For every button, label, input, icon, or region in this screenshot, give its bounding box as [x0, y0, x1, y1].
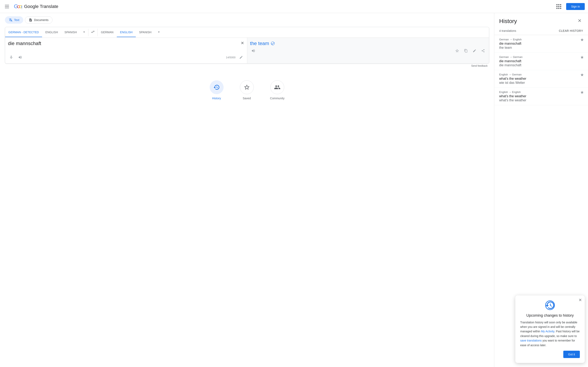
- history-header: History: [494, 13, 588, 27]
- translation-box: GERMAN - DETECTED ENGLISH SPANISH GERMAN…: [5, 27, 489, 64]
- source-speak-button[interactable]: [17, 54, 24, 60]
- edit-button[interactable]: [238, 54, 244, 60]
- edit-translation-button[interactable]: [471, 48, 477, 54]
- star-translation-button[interactable]: [454, 48, 460, 54]
- history-popup: Upcoming changes to history Translation …: [515, 295, 585, 363]
- target-controls: [250, 46, 486, 55]
- got-it-button[interactable]: Got it: [563, 351, 580, 358]
- swap-languages-button[interactable]: [88, 28, 97, 37]
- target-lang-german[interactable]: GERMAN: [98, 28, 117, 37]
- microphone-button[interactable]: [8, 54, 15, 60]
- svg-text:g: g: [21, 3, 22, 9]
- hamburger-menu[interactable]: [3, 3, 11, 10]
- history-target-text: die mannschaft: [499, 63, 583, 67]
- target-text-display: the team: [250, 41, 486, 46]
- community-circle: [270, 80, 284, 94]
- close-history-button[interactable]: [576, 17, 583, 25]
- target-lang-more-button[interactable]: [155, 27, 163, 38]
- target-lang-spanish[interactable]: SPANISH: [136, 28, 155, 37]
- main-layout: Text Documents GERMAN - DETECTED ENGLISH…: [0, 13, 588, 367]
- app-logo: G o o g l e Google Translate: [14, 2, 58, 11]
- community-label: Community: [270, 97, 285, 100]
- history-item: German → German die mannschaft die manns…: [494, 53, 588, 70]
- history-icon: [213, 84, 220, 91]
- source-lang-german-detected[interactable]: GERMAN - DETECTED: [5, 28, 42, 37]
- source-side: die mannschaft 14/5000 ✕: [5, 38, 247, 63]
- history-source-text: what's the weather: [499, 77, 583, 81]
- popup-title: Upcoming changes to history: [520, 313, 580, 318]
- history-item: English → English what's the weather wha…: [494, 88, 588, 105]
- tab-text[interactable]: Text: [5, 16, 23, 24]
- header-left: G o o g l e Google Translate: [3, 2, 58, 11]
- history-lang-pair: English → English: [499, 91, 583, 94]
- history-target-text: what's the weather: [499, 99, 583, 102]
- char-count: 14/5000: [226, 56, 236, 59]
- saved-label: Saved: [243, 97, 251, 100]
- left-panel: Text Documents GERMAN - DETECTED ENGLISH…: [0, 13, 494, 367]
- documents-tab-label: Documents: [34, 18, 49, 22]
- source-controls: 14/5000 ✕: [8, 53, 244, 62]
- copy-button[interactable]: [463, 48, 469, 54]
- history-source-text: die mannschaft: [499, 59, 583, 63]
- history-source-text: die mannschaft: [499, 42, 583, 45]
- header-right: Sign in: [555, 2, 585, 11]
- history-item-star-2[interactable]: [580, 73, 584, 77]
- history-item: English → German what's the weather wie …: [494, 70, 588, 88]
- source-lang-english[interactable]: ENGLISH: [42, 28, 61, 37]
- popup-body: Translation history will soon only be av…: [520, 320, 580, 347]
- history-item-star-1[interactable]: [580, 55, 584, 60]
- source-lang-spanish[interactable]: SPANISH: [61, 28, 80, 37]
- history-lang-pair: German → German: [499, 55, 583, 58]
- saved-circle: [240, 80, 254, 94]
- translation-input-area: die mannschaft 14/5000 ✕: [5, 38, 489, 63]
- history-circle: [210, 80, 224, 94]
- history-title: History: [499, 18, 517, 25]
- target-lang-english[interactable]: ENGLISH: [117, 28, 136, 37]
- popup-icon-container: [520, 300, 580, 310]
- saved-icon: [243, 84, 250, 91]
- source-text-display[interactable]: die mannschaft: [8, 41, 244, 53]
- history-lang-pair: German → English: [499, 38, 583, 41]
- text-tab-icon: [9, 18, 12, 22]
- popup-close-button[interactable]: [578, 298, 582, 303]
- google-apps-button[interactable]: [555, 2, 563, 11]
- tab-documents[interactable]: Documents: [25, 16, 52, 24]
- history-lang-pair: English → German: [499, 73, 583, 76]
- app-name: Google Translate: [24, 4, 58, 9]
- community-icon: [274, 84, 281, 91]
- popup-save-translations-link[interactable]: save translations: [520, 339, 542, 342]
- text-tab-label: Text: [14, 18, 19, 22]
- popup-my-activity-link[interactable]: My Activity: [541, 330, 554, 333]
- history-item-star-0[interactable]: [580, 38, 584, 42]
- history-icon-item[interactable]: History: [210, 80, 224, 100]
- history-source-text: what's the weather: [499, 94, 583, 98]
- sign-in-button[interactable]: Sign in: [566, 3, 585, 10]
- history-item-star-3[interactable]: [580, 91, 584, 95]
- history-item: German → English die mannschaft the team: [494, 35, 588, 53]
- send-feedback-link[interactable]: Send feedback: [5, 64, 489, 68]
- source-lang-more-button[interactable]: [80, 27, 88, 38]
- mode-tabs: Text Documents: [5, 16, 489, 24]
- saved-icon-item[interactable]: Saved: [240, 80, 254, 100]
- popup-history-icon: [545, 300, 555, 310]
- history-target-text: the team: [499, 46, 583, 50]
- history-meta: 4 translations CLEAR HISTORY: [494, 27, 588, 35]
- clear-history-button[interactable]: CLEAR HISTORY: [559, 29, 583, 33]
- google-logo-icon: G o o g l e: [14, 2, 22, 11]
- language-bar: GERMAN - DETECTED ENGLISH SPANISH GERMAN…: [5, 27, 489, 38]
- bottom-icons: History Saved Community: [5, 76, 489, 104]
- verified-icon: [271, 42, 275, 45]
- svg-point-6: [271, 42, 275, 45]
- target-side: the team: [247, 38, 489, 63]
- history-panel: History 4 translations CLEAR HISTORY Ger…: [494, 13, 588, 367]
- documents-tab-icon: [29, 18, 33, 22]
- translations-count: 4 translations: [499, 29, 516, 33]
- history-label: History: [212, 97, 221, 100]
- history-target-text: wie ist das Wetter: [499, 81, 583, 85]
- target-speak-button[interactable]: [250, 48, 257, 54]
- clear-source-button[interactable]: ✕: [241, 41, 244, 45]
- share-button[interactable]: [480, 48, 486, 54]
- community-icon-item[interactable]: Community: [270, 80, 285, 100]
- app-header: G o o g l e Google Translate Sign in: [0, 0, 588, 13]
